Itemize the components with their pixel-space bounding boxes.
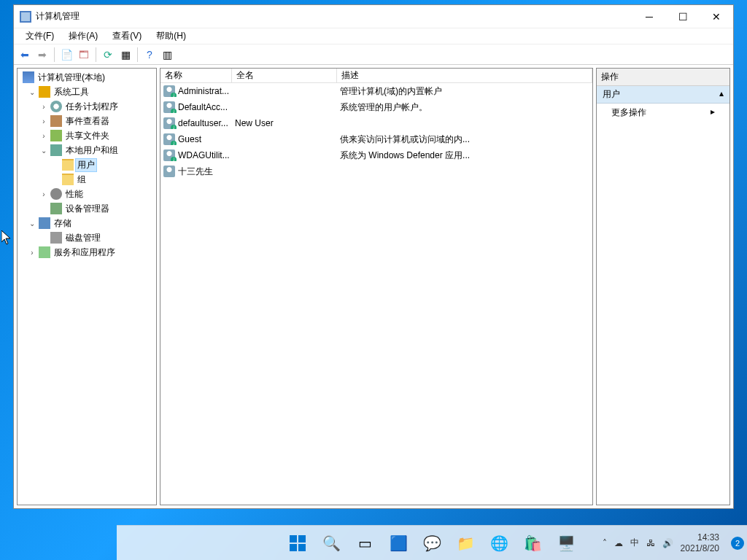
tree-pane[interactable]: 计算机管理(本地) ⌄ 系统工具 › 任务计划程序 › 事件查看器 (17, 68, 157, 505)
expand-arrow[interactable]: › (28, 249, 36, 257)
folder-icon (62, 159, 74, 171)
expand-arrow[interactable]: › (39, 103, 48, 111)
network-icon[interactable]: 🖧 (646, 538, 655, 548)
column-description[interactable]: 描述 (337, 69, 592, 82)
tree-performance[interactable]: › 性能 (18, 187, 156, 201)
menu-file[interactable]: 文件(F) (18, 28, 61, 44)
close-button[interactable]: ✕ (700, 5, 733, 28)
user-icon (163, 133, 175, 145)
user-description: 系统为 Windows Defender 应用... (337, 149, 592, 162)
column-name[interactable]: 名称 (160, 69, 232, 82)
titlebar[interactable]: 计算机管理 ─ ☐ ✕ (14, 5, 733, 28)
storage-icon (39, 217, 50, 229)
user-row[interactable]: defaultuser...New User (160, 115, 592, 131)
tree-services-apps[interactable]: › 服务和应用程序 (18, 245, 156, 260)
chat-button[interactable]: 💬 (417, 529, 446, 558)
svg-rect-1 (298, 535, 306, 542)
expand-arrow[interactable]: › (39, 132, 48, 140)
tree-users[interactable]: 用户 (18, 158, 156, 172)
search-button[interactable]: 🔍 (317, 529, 346, 558)
menu-view[interactable]: 查看(V) (105, 28, 149, 44)
collapse-arrow[interactable]: ⌄ (39, 147, 48, 155)
action-section-users[interactable]: 用户 ▴ (597, 86, 729, 104)
toolbar-divider (96, 47, 96, 62)
tree-event-viewer[interactable]: › 事件查看器 (18, 114, 156, 128)
user-row[interactable]: Administrat...管理计算机(域)的内置帐户 (160, 83, 592, 99)
user-row[interactable]: DefaultAcc...系统管理的用户帐户。 (160, 99, 592, 115)
time-label: 14:33 (681, 532, 719, 542)
user-name: 十三先生 (178, 166, 213, 178)
tree-root[interactable]: 计算机管理(本地) (18, 70, 156, 85)
expand-arrow[interactable]: › (39, 190, 48, 198)
tree-local-users-groups[interactable]: ⌄ 本地用户和组 (18, 143, 156, 158)
user-row[interactable]: WDAGUtilit...系统为 Windows Defender 应用... (160, 147, 592, 163)
tree-groups[interactable]: 组 (18, 172, 156, 187)
export-button[interactable]: ▦ (117, 47, 133, 63)
tree-disk-management[interactable]: 磁盘管理 (18, 230, 156, 245)
tree-storage[interactable]: ⌄ 存储 (18, 216, 156, 230)
user-name: Guest (178, 134, 201, 144)
list-pane[interactable]: 名称 全名 描述 Administrat...管理计算机(域)的内置帐户Defa… (160, 68, 593, 505)
back-button[interactable]: ⬅ (17, 47, 33, 63)
services-icon (39, 246, 50, 258)
expand-arrow[interactable]: › (39, 117, 48, 125)
user-icon (163, 149, 175, 161)
explorer-button[interactable]: 📁 (451, 529, 480, 558)
submenu-arrow-icon: ▸ (711, 106, 715, 119)
window-title: 计算机管理 (36, 10, 632, 23)
maximize-button[interactable]: ☐ (666, 5, 700, 28)
task-view-button[interactable]: ▭ (350, 529, 379, 558)
help-button[interactable]: ? (142, 47, 158, 63)
toolbar-divider (137, 47, 138, 62)
running-app-button[interactable]: 🖥️ (551, 529, 581, 558)
volume-icon[interactable]: 🔊 (662, 538, 673, 548)
tray-overflow-button[interactable]: ˄ (603, 538, 607, 548)
forward-button[interactable]: ➡ (34, 47, 50, 63)
minimize-button[interactable]: ─ (632, 5, 666, 28)
user-icon (163, 85, 175, 97)
user-name: Administrat... (178, 86, 229, 96)
user-description: 供来宾访问计算机或访问域的内... (337, 133, 592, 146)
list-body: Administrat...管理计算机(域)的内置帐户DefaultAcc...… (160, 83, 592, 179)
user-row[interactable]: 十三先生 (160, 163, 592, 179)
tree-task-scheduler[interactable]: › 任务计划程序 (18, 99, 156, 114)
user-icon (163, 101, 175, 113)
tree-device-manager[interactable]: 设备管理器 (18, 201, 156, 216)
taskbar[interactable]: 🔍 ▭ 🟦 💬 📁 🌐 🛍️ 🖥️ ˄ ☁ 中 🖧 🔊 14:33 2021/8… (117, 525, 747, 560)
menu-action[interactable]: 操作(A) (61, 28, 105, 44)
widgets-button[interactable]: 🟦 (384, 529, 413, 558)
collapse-triangle-icon: ▴ (719, 88, 724, 101)
tree-system-tools[interactable]: ⌄ 系统工具 (18, 85, 156, 99)
user-description: 管理计算机(域)的内置帐户 (337, 85, 592, 98)
collapse-arrow[interactable]: ⌄ (28, 219, 36, 228)
notification-badge[interactable]: 2 (731, 537, 744, 550)
action-pane: 操作 用户 ▴ 更多操作 ▸ (596, 68, 730, 505)
refresh-button[interactable]: ⟳ (100, 47, 116, 63)
expand-arrow[interactable]: ⌄ (28, 88, 36, 96)
user-name: defaultuser... (178, 118, 228, 128)
disk-icon (50, 232, 62, 244)
users-group-icon (50, 144, 62, 156)
tree-shared-folders[interactable]: › 共享文件夹 (18, 128, 156, 143)
user-name: WDAGUtilit... (178, 150, 230, 160)
computer-management-window: 计算机管理 ─ ☐ ✕ 文件(F) 操作(A) 查看(V) 帮助(H) ⬅ ➡ … (13, 4, 734, 509)
system-tray: ˄ ☁ 中 🖧 🔊 14:33 2021/8/20 2 (603, 532, 744, 553)
onedrive-icon[interactable]: ☁ (614, 538, 623, 548)
ime-indicator[interactable]: 中 (630, 537, 639, 549)
menu-help[interactable]: 帮助(H) (149, 28, 193, 44)
clock[interactable]: 14:33 2021/8/20 (681, 532, 719, 553)
properties-button[interactable]: 🗔 (76, 47, 92, 63)
user-name: DefaultAcc... (178, 102, 228, 112)
show-action-pane-button[interactable]: ▥ (159, 47, 175, 63)
column-fullname[interactable]: 全名 (232, 69, 337, 82)
user-row[interactable]: Guest供来宾访问计算机或访问域的内... (160, 131, 592, 147)
up-button[interactable]: 📄 (58, 47, 74, 63)
start-button[interactable] (283, 529, 312, 558)
clock-icon (50, 101, 62, 112)
action-more[interactable]: 更多操作 ▸ (597, 104, 729, 122)
list-header: 名称 全名 描述 (160, 69, 592, 83)
svg-rect-3 (298, 544, 306, 551)
edge-button[interactable]: 🌐 (484, 529, 514, 558)
store-button[interactable]: 🛍️ (518, 529, 547, 558)
panes: 计算机管理(本地) ⌄ 系统工具 › 任务计划程序 › 事件查看器 (14, 65, 733, 508)
